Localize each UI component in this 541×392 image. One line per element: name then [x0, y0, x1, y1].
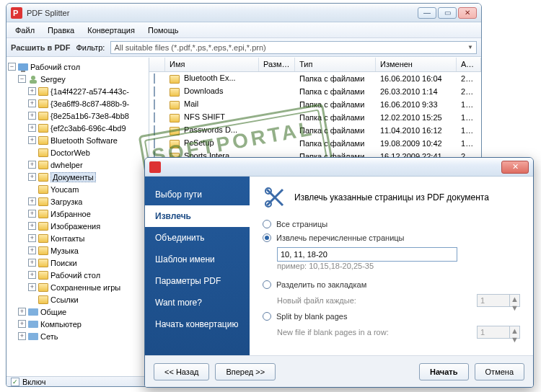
tree-node[interactable]: +Музыка [8, 244, 147, 257]
blank-spinner[interactable]: 1 ▲▼ [477, 326, 520, 339]
cancel-button[interactable]: Отмена [475, 363, 524, 380]
radio-all-pages[interactable] [263, 220, 271, 228]
user-icon [28, 74, 38, 84]
tree-node[interactable]: +Контакты [8, 232, 147, 244]
tree-expand-icon[interactable]: + [28, 99, 36, 107]
row-checkbox[interactable] [154, 138, 155, 148]
window-title: PDF Splitter [27, 9, 418, 17]
tree-node[interactable]: DoctorWeb [8, 146, 147, 159]
tree-collapse-icon[interactable]: − [8, 63, 16, 71]
tree-node[interactable]: +Сохраненные игры [8, 281, 147, 293]
col-attributes[interactable]: Атрибуты [457, 58, 481, 71]
tree-node[interactable]: +Общие [8, 306, 147, 318]
folder-icon [38, 161, 48, 169]
tree-node[interactable]: +{1a4f4227-a574-443c- [8, 85, 147, 97]
dialog-close-button[interactable]: ✕ [501, 161, 529, 174]
page-list-input[interactable] [277, 247, 457, 262]
tree-node[interactable]: +dwhelper [8, 159, 147, 171]
radio-blank-pages[interactable] [263, 312, 271, 321]
tree-node[interactable]: Ссылки [8, 293, 147, 306]
tree-expand-icon[interactable]: + [28, 124, 36, 132]
tree-expand-icon[interactable]: + [18, 320, 26, 328]
tree-expand-icon[interactable]: + [28, 136, 36, 144]
wizard-step[interactable]: Объединить [145, 227, 250, 249]
tree-node[interactable]: Youcam [8, 183, 147, 195]
start-button[interactable]: Начать [419, 363, 468, 380]
back-button[interactable]: << Назад [154, 363, 209, 380]
tree-node[interactable]: +Загрузка [8, 195, 147, 208]
table-row[interactable]: Bluetooth Ex...Папка с файлами16.06.2010… [149, 72, 481, 85]
dialog-titlebar[interactable]: ✕ [145, 158, 533, 177]
tree-node[interactable]: +{8e25a1b6-73e8-4bb8 [8, 110, 147, 122]
tree-expand-icon[interactable]: + [28, 234, 36, 242]
close-button[interactable]: ✕ [458, 7, 477, 19]
tree-node[interactable]: +Поиски [8, 257, 147, 269]
tree-expand-icon[interactable]: + [28, 210, 36, 218]
radio-bookmarks[interactable] [263, 280, 271, 289]
table-row[interactable]: MailПапка с файлами16.06.2010 9:3316.06.… [149, 98, 481, 111]
tree-node[interactable]: +Компьютер [8, 318, 147, 330]
tree-label: Загрузка [50, 197, 82, 206]
wizard-steps: Выбор путиИзвлечьОбъединитьШаблон имениП… [145, 177, 250, 355]
col-type[interactable]: Тип [295, 58, 376, 71]
tree-expand-icon[interactable]: + [28, 112, 36, 120]
tree-node[interactable]: +Bluetooth Software [8, 134, 147, 146]
tree-expand-icon[interactable]: + [18, 308, 26, 316]
wizard-step[interactable]: Извлечь [145, 205, 250, 227]
tree-collapse-icon[interactable]: − [18, 75, 26, 83]
tree-expand-icon[interactable]: + [28, 173, 36, 181]
tree-expand-icon[interactable]: + [18, 332, 26, 340]
tree-node[interactable]: +Документы [8, 171, 147, 183]
titlebar[interactable]: P PDF Splitter — ▭ ✕ [6, 4, 481, 22]
tree-node[interactable]: +{3ea6ff9-8c87-488b-9- [8, 97, 147, 110]
row-checkbox[interactable] [154, 86, 155, 97]
tree-node[interactable]: +Избранное [8, 208, 147, 220]
tree-expand-icon[interactable]: + [28, 222, 36, 230]
maximize-button[interactable]: ▭ [438, 7, 457, 19]
wizard-step[interactable]: Want more? [145, 292, 250, 313]
tree-node[interactable]: +{ef2c3ab6-696c-4bd9 [8, 122, 147, 134]
col-name[interactable]: Имя [165, 58, 259, 71]
dialog-icon [149, 161, 161, 173]
wizard-step[interactable]: Начать конвертацию [145, 313, 250, 335]
row-checkbox[interactable] [154, 125, 155, 135]
tree-expand-icon[interactable]: + [28, 271, 36, 279]
radio-page-list[interactable] [263, 233, 271, 242]
col-modified[interactable]: Изменен [376, 58, 457, 71]
menu-convert[interactable]: Конвертация [82, 24, 141, 37]
col-size[interactable]: Размер [259, 58, 295, 71]
folder-tree[interactable]: − Рабочий стол − Sergey +{1a4f4227-a574-… [6, 58, 149, 376]
computer-icon [28, 319, 38, 329]
tree-expand-icon[interactable]: + [28, 283, 36, 291]
table-row[interactable]: PcSetupПапка с файлами19.08.2009 10:4219… [149, 137, 481, 150]
menu-edit[interactable]: Правка [42, 24, 80, 37]
row-checkbox[interactable] [154, 112, 155, 122]
tree-expand-icon[interactable]: + [28, 87, 36, 95]
list-header[interactable]: Имя Размер Тип Изменен Атрибуты [149, 58, 481, 72]
row-checkbox[interactable] [154, 74, 155, 84]
toolbar: Расшить в PDF Фильтр: All suitable files… [6, 38, 481, 57]
minimize-button[interactable]: — [418, 7, 436, 19]
forward-button[interactable]: Вперед >> [215, 363, 276, 380]
table-row[interactable]: DownloadsПапка с файлами26.03.2010 1:142… [149, 85, 481, 98]
tree-node[interactable]: +Рабочий стол [8, 269, 147, 281]
tree-expand-icon[interactable]: + [28, 197, 36, 205]
table-row[interactable]: NFS SHIFTПапка с файлами12.02.2010 15:25… [149, 111, 481, 124]
tree-expand-icon[interactable]: + [28, 161, 36, 169]
row-checkbox[interactable] [154, 99, 155, 110]
tree-expand-icon[interactable]: + [28, 259, 36, 267]
wizard-step[interactable]: Параметры PDF [145, 270, 250, 292]
tree-label: Документы [50, 172, 96, 182]
wizard-step[interactable]: Выбор пути [145, 184, 250, 205]
table-row[interactable]: Passwords D...Папка с файлами11.04.2010 … [149, 124, 481, 137]
cell-modified: 16.06.2010 9:33 [376, 98, 457, 111]
status-checkbox[interactable] [11, 378, 19, 386]
bookmarks-spinner[interactable]: 1 ▲▼ [477, 294, 520, 307]
wizard-step[interactable]: Шаблон имени [145, 249, 250, 270]
tree-node[interactable]: +Изображения [8, 220, 147, 232]
menu-help[interactable]: Помощь [142, 24, 185, 37]
tree-node[interactable]: +Сеть [8, 330, 147, 342]
menu-file[interactable]: Файл [9, 24, 40, 37]
filter-dropdown[interactable]: All suitable files (*.pdf,*.ps,*.eps,*.e… [110, 41, 477, 54]
tree-expand-icon[interactable]: + [28, 246, 36, 254]
